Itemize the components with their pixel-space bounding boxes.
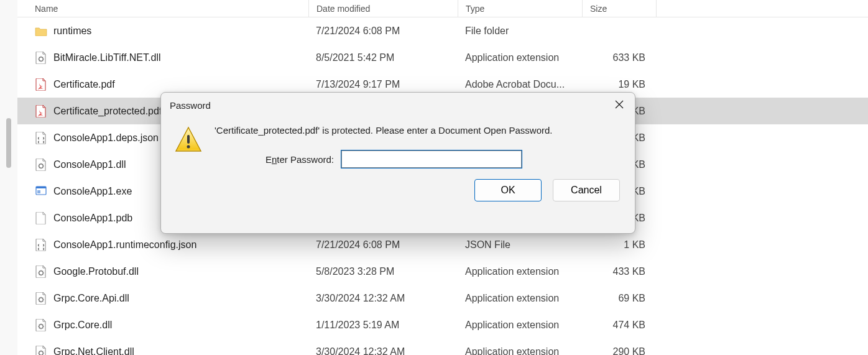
dialog-body: 'Certificate_protected.pdf' is protected… (161, 118, 635, 170)
password-input[interactable] (341, 150, 522, 168)
svg-line-53 (39, 351, 40, 351)
svg-line-36 (42, 301, 43, 302)
svg-rect-20 (37, 190, 40, 193)
svg-line-46 (42, 324, 43, 325)
file-name: Certificate_protected.pdf (53, 106, 162, 117)
dialog-button-row: OK Cancel (161, 170, 635, 211)
svg-line-15 (42, 167, 43, 168)
password-dialog: Password 'Certificate_protected.pdf' is … (160, 92, 635, 234)
column-header-date[interactable]: Date modified (308, 0, 458, 17)
svg-line-14 (39, 164, 40, 164)
file-row[interactable]: Grpc.Net.Client.dll3/30/2024 12:32 AMApp… (17, 338, 868, 355)
svg-rect-57 (187, 135, 190, 144)
file-name: ConsoleApp1.exe (53, 186, 132, 197)
file-name: runtimes (53, 25, 91, 37)
file-date: 5/8/2023 3:28 PM (308, 266, 458, 277)
svg-line-6 (42, 60, 43, 61)
gear-icon (35, 292, 47, 305)
file-size: 433 KB (582, 266, 657, 277)
dialog-content: 'Certificate_protected.pdf' is protected… (215, 125, 622, 168)
file-type: Application extension (458, 293, 582, 304)
svg-line-8 (39, 60, 40, 61)
folder-icon (35, 25, 47, 37)
blank-icon (35, 212, 47, 224)
svg-line-45 (42, 328, 43, 328)
pdf-icon (35, 78, 47, 91)
password-label: Enter Password: (265, 154, 334, 165)
file-name: Google.Protobuf.dll (53, 266, 139, 277)
column-header-type[interactable]: Type (458, 0, 582, 17)
file-name: Grpc.Core.Api.dll (53, 293, 129, 304)
password-field-row: Enter Password: (215, 150, 622, 168)
close-icon (615, 99, 624, 112)
script-icon (35, 239, 47, 251)
file-row[interactable]: ConsoleApp1.runtimeconfig.json7/21/2024 … (17, 231, 868, 258)
svg-line-5 (39, 57, 40, 57)
ok-button[interactable]: OK (474, 179, 542, 201)
file-date: 7/21/2024 6:08 PM (308, 239, 458, 251)
svg-line-27 (42, 274, 43, 275)
script-icon (35, 132, 47, 144)
file-name: Grpc.Net.Client.dll (53, 346, 134, 356)
svg-line-17 (39, 167, 40, 168)
svg-line-16 (42, 164, 43, 164)
svg-line-29 (39, 274, 40, 275)
file-row[interactable]: BitMiracle.LibTiff.NET.dll8/5/2021 5:42 … (17, 44, 868, 71)
gear-icon (35, 346, 47, 356)
file-date: 3/30/2024 12:32 AM (308, 346, 458, 356)
file-row[interactable]: Google.Protobuf.dll5/8/2023 3:28 PMAppli… (17, 258, 868, 285)
file-row[interactable]: runtimes7/21/2024 6:08 PMFile folder (17, 17, 868, 44)
file-size: 474 KB (582, 320, 657, 331)
file-name: ConsoleApp1.dll (53, 159, 126, 170)
scrollbar-thumb[interactable] (6, 118, 11, 168)
svg-line-35 (39, 297, 40, 298)
file-row[interactable]: Grpc.Core.Api.dll3/30/2024 12:32 AMAppli… (17, 285, 868, 311)
svg-point-58 (187, 145, 190, 149)
file-name: BitMiracle.LibTiff.NET.dll (53, 52, 161, 63)
svg-line-55 (42, 351, 43, 351)
svg-line-28 (42, 270, 43, 271)
svg-line-44 (39, 324, 40, 325)
svg-rect-19 (36, 187, 46, 188)
column-header-row: Name Date modified Type Size (17, 0, 868, 17)
svg-line-47 (39, 328, 40, 328)
file-type: Adobe Acrobat Docu... (458, 79, 582, 90)
column-header-size[interactable]: Size (582, 0, 657, 17)
gear-icon (35, 265, 47, 278)
gear-icon (35, 52, 47, 64)
file-size: 633 KB (582, 52, 657, 63)
svg-line-37 (42, 297, 43, 298)
column-header-name[interactable]: Name (35, 4, 308, 14)
file-name: Certificate.pdf (53, 79, 115, 90)
file-size: 290 KB (582, 346, 657, 356)
file-size: 1 KB (582, 239, 657, 251)
dialog-message: 'Certificate_protected.pdf' is protected… (215, 125, 622, 136)
file-name: ConsoleApp1.deps.json (53, 132, 159, 144)
file-row[interactable]: Grpc.Core.dll1/11/2023 5:19 AMApplicatio… (17, 311, 868, 338)
svg-line-38 (39, 301, 40, 302)
file-name: ConsoleApp1.pdb (53, 213, 132, 224)
file-type: Application extension (458, 266, 582, 277)
file-size: 19 KB (582, 79, 657, 90)
file-date: 3/30/2024 12:32 AM (308, 293, 458, 304)
gear-icon (35, 319, 47, 331)
cancel-button[interactable]: Cancel (553, 179, 620, 201)
file-name: Grpc.Core.dll (53, 320, 112, 331)
dialog-title: Password (170, 100, 211, 111)
file-type: Application extension (458, 52, 582, 63)
file-date: 8/5/2021 5:42 PM (308, 52, 458, 63)
file-type: Application extension (458, 346, 582, 356)
file-date: 1/11/2023 5:19 AM (308, 320, 458, 331)
close-button[interactable] (610, 96, 629, 114)
file-size: 69 KB (582, 293, 657, 304)
file-type: File folder (458, 25, 582, 37)
warning-icon (173, 125, 203, 155)
file-type: Application extension (458, 320, 582, 331)
file-type: JSON File (458, 239, 582, 251)
svg-line-7 (42, 57, 43, 57)
svg-line-26 (39, 270, 40, 271)
dialog-titlebar[interactable]: Password (161, 93, 635, 118)
file-date: 7/21/2024 6:08 PM (308, 25, 458, 37)
gear-icon (35, 159, 47, 171)
file-date: 7/13/2024 9:17 PM (308, 79, 458, 90)
